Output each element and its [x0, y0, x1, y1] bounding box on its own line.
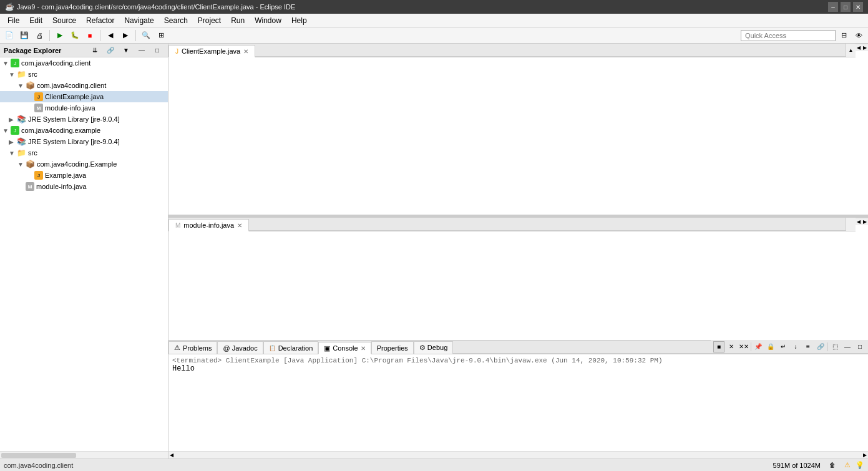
sidebar-hscrollbar[interactable]: [0, 451, 168, 459]
tab-javadoc[interactable]: @ Javadoc: [217, 341, 263, 354]
tab-declaration[interactable]: 📋 Declaration: [263, 341, 319, 354]
sidebar-menu[interactable]: ▼: [119, 44, 133, 57]
expand-arrow-src-client: ▼: [9, 71, 15, 78]
tab-console[interactable]: ▣ Console ✕: [318, 342, 371, 354]
java-icon-client-example: J: [34, 92, 43, 101]
toolbar-save[interactable]: 💾: [17, 29, 31, 42]
tree-label-module-client: module-info.java: [45, 104, 95, 112]
toolbar-fwd[interactable]: ▶: [119, 29, 132, 42]
console-link[interactable]: 🔗: [815, 341, 826, 352]
tab-label-console: Console: [333, 344, 358, 352]
tab-label-javadoc: @ Javadoc: [223, 344, 257, 352]
tab-close-client[interactable]: ✕: [243, 48, 248, 55]
quick-access-input[interactable]: [741, 30, 836, 41]
toolbar-perspective-switch[interactable]: ⊟: [837, 29, 851, 42]
toolbar-debug[interactable]: 🐛: [68, 29, 82, 42]
tab-debug[interactable]: ⚙ Debug: [414, 341, 453, 354]
menu-window[interactable]: Window: [250, 14, 286, 27]
menu-refactor[interactable]: Refactor: [81, 14, 119, 27]
tree-project-client[interactable]: ▼ J com.java4coding.client: [0, 57, 168, 69]
tree-jre-example[interactable]: ▶ 📚 JRE System Library [jre-9.0.4]: [0, 136, 168, 147]
module-icon-example: M: [26, 182, 34, 191]
status-bar: com.java4coding.client 591M of 1024M 🗑 ⚠…: [0, 459, 868, 471]
toolbar-sep-console: [751, 342, 751, 351]
maximize-button[interactable]: □: [841, 2, 851, 12]
console-hscroll-left[interactable]: ◀: [168, 452, 175, 458]
console-pin[interactable]: 📌: [753, 341, 764, 352]
console-scroll-end[interactable]: ↓: [790, 341, 801, 352]
gc-button[interactable]: 🗑: [826, 459, 839, 472]
sidebar-collapse-all[interactable]: ⇊: [88, 44, 102, 57]
console-filter[interactable]: ≡: [802, 341, 814, 352]
menu-project[interactable]: Project: [193, 14, 226, 27]
tree-file-example[interactable]: J Example.java: [0, 170, 168, 181]
hscroll-left-client[interactable]: ◀: [856, 45, 862, 51]
tab-properties[interactable]: Properties: [371, 341, 414, 354]
console-hello-output: Hello: [172, 364, 864, 373]
toolbar-stop[interactable]: ■: [83, 29, 97, 42]
editor-hscroll-client[interactable]: ◀ ▶: [856, 44, 868, 51]
hscroll-left-module[interactable]: ◀: [856, 219, 862, 225]
sidebar-hscroll-thumb[interactable]: [1, 453, 76, 458]
tab-client-example[interactable]: J ClientExample.java ✕: [168, 45, 255, 57]
expand-arrow-module-example: [17, 183, 24, 190]
toolbar-run[interactable]: ▶: [53, 29, 67, 42]
minimize-button[interactable]: –: [828, 2, 838, 12]
hscroll-right-client[interactable]: ▶: [862, 45, 868, 51]
tree-file-client-example[interactable]: J ClientExample.java: [0, 91, 168, 102]
console-open-view[interactable]: ⬚: [829, 341, 841, 352]
console-remove[interactable]: ✕: [726, 341, 737, 352]
console-remove-all[interactable]: ✕✕: [738, 341, 749, 352]
toolbar-sep-1: [49, 30, 50, 41]
toolbar-new[interactable]: 📄: [2, 29, 16, 42]
tab-problems[interactable]: ⚠ Problems: [168, 341, 217, 354]
menu-file[interactable]: File: [2, 14, 24, 27]
jre-icon-example: 📚: [17, 137, 26, 146]
expand-arrow-module-client: [26, 105, 32, 112]
console-terminate[interactable]: ■: [713, 341, 724, 352]
tree-file-module-example[interactable]: M module-info.java: [0, 181, 168, 192]
tree-src-client[interactable]: ▼ 📁 src: [0, 69, 168, 80]
console-lock[interactable]: 🔒: [765, 341, 776, 352]
main-toolbar: 📄 💾 🖨 ▶ 🐛 ■ ◀ ▶ 🔍 ⊞ ⊟ 👁: [0, 27, 868, 44]
toolbar-search[interactable]: 🔍: [139, 29, 153, 42]
console-wrap[interactable]: ↵: [778, 341, 789, 352]
close-button[interactable]: ✕: [853, 2, 863, 12]
module-icon-client: M: [34, 104, 43, 112]
tab-close-console[interactable]: ✕: [361, 345, 366, 352]
console-hscroll-right[interactable]: ▶: [862, 452, 868, 458]
tree-jre-client[interactable]: ▶ 📚 JRE System Library [jre-9.0.4]: [0, 114, 168, 125]
window-controls[interactable]: – □ ✕: [828, 2, 863, 12]
console-minimize[interactable]: —: [842, 341, 853, 352]
toolbar-view[interactable]: 👁: [852, 29, 866, 42]
sidebar-maximize[interactable]: □: [150, 44, 164, 57]
tree-project-example[interactable]: ▼ J com.java4coding.example: [0, 125, 168, 136]
menu-bar: File Edit Source Refactor Navigate Searc…: [0, 14, 868, 27]
menu-search[interactable]: Search: [159, 14, 193, 27]
console-icon: ▣: [324, 344, 330, 352]
toolbar-back[interactable]: ◀: [104, 29, 117, 42]
console-output[interactable]: <terminated> ClientExample [Java Applica…: [168, 354, 868, 451]
console-maximize[interactable]: □: [854, 341, 866, 352]
expand-arrow-client: ▼: [2, 60, 9, 67]
hscroll-right-module[interactable]: ▶: [862, 219, 868, 225]
menu-navigate[interactable]: Navigate: [119, 14, 158, 27]
sidebar-minimize[interactable]: —: [135, 44, 149, 57]
tree-pkg-client[interactable]: ▼ 📦 com.java4coding.client: [0, 80, 168, 91]
console-hscroll[interactable]: ◀ ▶: [168, 451, 868, 459]
menu-source[interactable]: Source: [47, 14, 81, 27]
project-icon-client: J: [11, 59, 19, 67]
tab-label-problems: Problems: [183, 344, 212, 352]
toolbar-print[interactable]: 🖨: [32, 29, 46, 42]
tree-pkg-example[interactable]: ▼ 📦 com.java4coding.Example: [0, 158, 168, 170]
tab-module-info[interactable]: M module-info.java ✕: [168, 219, 249, 231]
menu-help[interactable]: Help: [286, 14, 312, 27]
editor-hscroll-module[interactable]: ◀ ▶: [856, 218, 868, 225]
menu-run[interactable]: Run: [226, 14, 250, 27]
tab-close-module[interactable]: ✕: [237, 222, 242, 229]
toolbar-perspective[interactable]: ⊞: [154, 29, 168, 42]
sidebar-link[interactable]: 🔗: [104, 44, 117, 57]
menu-edit[interactable]: Edit: [24, 14, 47, 27]
tree-file-module-client[interactable]: M module-info.java: [0, 102, 168, 114]
tree-src-example[interactable]: ▼ 📁 src: [0, 147, 168, 158]
